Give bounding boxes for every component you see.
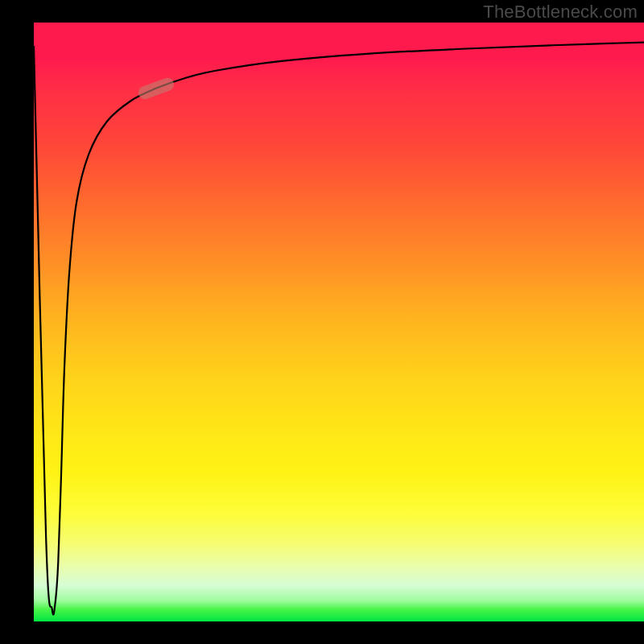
watermark-text: TheBottleneck.com xyxy=(483,2,638,23)
chart-highlight-marker xyxy=(136,76,175,101)
chart-plot-area xyxy=(34,23,644,621)
chart-curve xyxy=(34,23,644,621)
